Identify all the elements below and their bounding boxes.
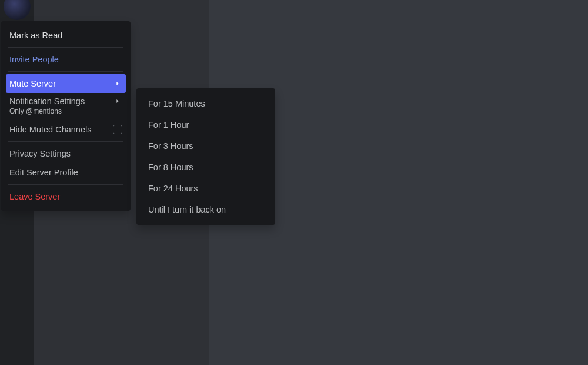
- submenu-item-1-hour[interactable]: For 1 Hour: [141, 114, 270, 135]
- menu-separator: [8, 47, 123, 48]
- menu-label: Edit Server Profile: [9, 168, 78, 177]
- menu-label: Invite People: [9, 55, 59, 64]
- menu-item-invite-people[interactable]: Invite People: [6, 50, 126, 69]
- mute-duration-submenu: For 15 Minutes For 1 Hour For 3 Hours Fo…: [136, 88, 275, 225]
- server-context-menu: Mark as Read Invite People Mute Server N…: [1, 21, 131, 211]
- menu-separator: [8, 141, 123, 142]
- menu-label: Hide Muted Channels: [9, 125, 91, 134]
- menu-label: Leave Server: [9, 192, 60, 201]
- menu-label: Privacy Settings: [9, 149, 71, 158]
- checkbox-icon: [113, 125, 122, 134]
- submenu-label: For 8 Hours: [148, 162, 193, 172]
- menu-item-leave-server[interactable]: Leave Server: [6, 187, 126, 206]
- submenu-item-until-back-on[interactable]: Until I turn it back on: [141, 199, 270, 220]
- submenu-item-15-min[interactable]: For 15 Minutes: [141, 93, 270, 114]
- chevron-right-icon: [113, 79, 122, 88]
- submenu-label: For 3 Hours: [148, 141, 193, 151]
- menu-item-hide-muted[interactable]: Hide Muted Channels: [6, 120, 126, 139]
- menu-separator: [8, 71, 123, 72]
- submenu-item-8-hours[interactable]: For 8 Hours: [141, 157, 270, 178]
- menu-item-mute-server[interactable]: Mute Server: [6, 74, 126, 93]
- menu-label: Mark as Read: [9, 31, 62, 40]
- submenu-label: For 15 Minutes: [148, 99, 205, 108]
- menu-sublabel: Only @mentions: [9, 107, 62, 115]
- chevron-right-icon: [113, 97, 122, 106]
- menu-separator: [8, 184, 123, 185]
- submenu-label: For 24 Hours: [148, 184, 198, 193]
- submenu-label: For 1 Hour: [148, 120, 189, 130]
- menu-item-privacy-settings[interactable]: Privacy Settings: [6, 144, 126, 163]
- menu-item-notification-settings[interactable]: Notification Settings Only @mentions: [6, 93, 126, 120]
- menu-label: Notification Settings: [9, 97, 85, 106]
- submenu-item-3-hours[interactable]: For 3 Hours: [141, 135, 270, 157]
- menu-label: Mute Server: [9, 79, 56, 88]
- menu-item-mark-read[interactable]: Mark as Read: [6, 26, 126, 45]
- submenu-item-24-hours[interactable]: For 24 Hours: [141, 178, 270, 199]
- menu-item-edit-server-profile[interactable]: Edit Server Profile: [6, 163, 126, 182]
- server-avatar[interactable]: [4, 0, 31, 20]
- submenu-label: Until I turn it back on: [148, 205, 226, 214]
